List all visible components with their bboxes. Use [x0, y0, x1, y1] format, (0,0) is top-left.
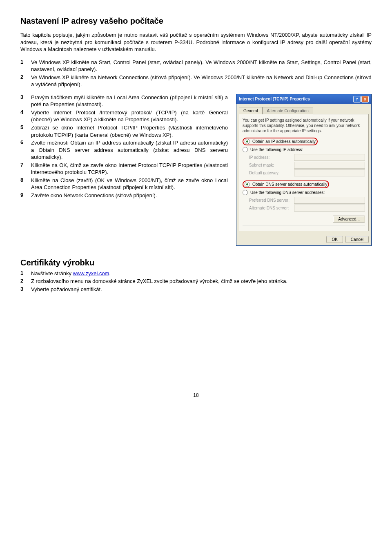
item-number: 3 [20, 286, 31, 293]
list-item: 3 Vyberte požadovaný certifikát. [20, 286, 372, 293]
list-item: 8 Klikněte na Close (zavřít) (OK ve Wind… [20, 177, 228, 191]
input-alternate-dns[interactable] [294, 205, 365, 212]
advanced-button[interactable]: Advanced... [333, 216, 365, 223]
divider [243, 225, 365, 225]
radio-label: Use the following IP address: [250, 147, 303, 152]
item-text: Ve Windows XP klikněte na Network Connec… [31, 74, 372, 88]
radio-icon [245, 182, 250, 187]
input-subnet-mask[interactable] [294, 162, 365, 169]
label-subnet-mask: Subnet mask: [249, 163, 294, 167]
radio-obtain-ip-auto[interactable]: Obtain an IP address automatically [243, 138, 365, 145]
close-icon[interactable]: X [361, 96, 369, 102]
item-text: Klikněte na Close (zavřít) (OK ve Window… [31, 177, 228, 191]
tab-general[interactable]: General [239, 107, 263, 114]
steps-list-b: 3 Pravým tlačítkem myši klikněte na Loca… [20, 94, 228, 199]
item-text: Navštivte stránky www.zyxel.com. [31, 270, 372, 277]
item-text: Klikněte na OK, čímž se zavře okno Inter… [31, 162, 228, 176]
radio-label: Obtain an IP address automatically [252, 139, 316, 144]
item-text: Vyberte Internet Protocol /Internetový p… [31, 109, 228, 123]
item-number: 9 [20, 192, 31, 199]
item-number: 4 [20, 109, 31, 123]
item-number: 7 [20, 162, 31, 176]
radio-icon [243, 190, 248, 195]
list-item: 9 Zavřete okno Network Connections (síťo… [20, 192, 228, 199]
tab-alternate[interactable]: Alternate Configuration [263, 107, 313, 114]
radio-label: Obtain DNS server address automatically [252, 182, 327, 187]
list-item: 1 Ve Windows XP klikněte na Start, Contr… [20, 59, 372, 73]
item-number: 2 [20, 278, 31, 285]
steps-list-c: 1 Navštivte stránky www.zyxel.com. 2 Z r… [20, 270, 372, 293]
radio-label: Use the following DNS server addresses: [250, 190, 325, 195]
label-ip-address: IP address: [249, 155, 294, 160]
radio-use-following-ip[interactable]: Use the following IP address: [243, 147, 365, 152]
item-number: 1 [20, 59, 31, 73]
list-item: 2 Ve Windows XP klikněte na Network Conn… [20, 74, 372, 88]
item-text: Pravým tlačítkem myši klikněte na Local … [31, 94, 228, 108]
radio-icon [245, 139, 250, 144]
dialog-description: You can get IP settings assigned automat… [243, 118, 365, 134]
item-number: 1 [20, 270, 31, 277]
input-preferred-dns[interactable] [294, 197, 365, 204]
tcpip-properties-dialog: Internet Protocol (TCP/IP) Properties ? … [236, 94, 372, 246]
label-preferred-dns: Preferred DNS server: [249, 198, 294, 203]
list-item: 3 Pravým tlačítkem myši klikněte na Loca… [20, 94, 228, 108]
dialog-title: Internet Protocol (TCP/IP) Properties [239, 97, 310, 101]
section-heading-certificates: Certifikáty výrobku [20, 258, 372, 267]
item-number: 5 [20, 124, 31, 138]
label-default-gateway: Default gateway: [249, 171, 294, 175]
item-number: 8 [20, 177, 31, 191]
intro-paragraph: Tato kapitola popisuje, jakým způsobem j… [20, 31, 372, 53]
list-item: 2 Z rozbalovacího menu na domovské strán… [20, 278, 372, 285]
list-item: 7 Klikněte na OK, čímž se zavře okno Int… [20, 162, 228, 176]
page-heading: Nastavení IP adresy vašeho počítače [20, 16, 372, 26]
input-ip-address[interactable] [294, 154, 365, 161]
item-text: Ve Windows XP klikněte na Start, Control… [31, 59, 372, 73]
dialog-titlebar[interactable]: Internet Protocol (TCP/IP) Properties ? … [236, 94, 371, 104]
steps-list-a: 1 Ve Windows XP klikněte na Start, Contr… [20, 59, 372, 88]
zyxel-link[interactable]: www.zyxel.com [73, 270, 109, 276]
list-item: 5 Zobrazí se okno Internet Protocol TCP/… [20, 124, 228, 138]
item-number: 2 [20, 74, 31, 88]
radio-icon [243, 147, 248, 152]
cancel-button[interactable]: Cancel [345, 236, 369, 243]
help-icon[interactable]: ? [353, 96, 361, 102]
page-footer: 18 [20, 391, 372, 398]
item-text: Vyberte požadovaný certifikát. [31, 286, 372, 293]
radio-obtain-dns-auto[interactable]: Obtain DNS server address automatically [243, 180, 365, 188]
list-item: 1 Navštivte stránky www.zyxel.com. [20, 270, 372, 277]
item-text: Zavřete okno Network Connections (síťová… [31, 192, 228, 199]
item-text: Zobrazí se okno Internet Protocol TCP/IP… [31, 124, 228, 138]
item-number: 6 [20, 139, 31, 161]
item-text: Z rozbalovacího menu na domovské stránce… [31, 278, 372, 285]
list-item: 6 Zvolte možnosti Obtain an IP address a… [20, 139, 228, 161]
item-text: Zvolte možnosti Obtain an IP address aut… [31, 139, 228, 161]
input-default-gateway[interactable] [294, 169, 365, 176]
item-number: 3 [20, 94, 31, 108]
page-number: 18 [20, 392, 372, 398]
label-alternate-dns: Alternate DNS server: [249, 206, 294, 210]
radio-use-following-dns[interactable]: Use the following DNS server addresses: [243, 190, 365, 195]
list-item: 4 Vyberte Internet Protocol /Internetový… [20, 109, 228, 123]
ok-button[interactable]: OK [326, 236, 343, 243]
